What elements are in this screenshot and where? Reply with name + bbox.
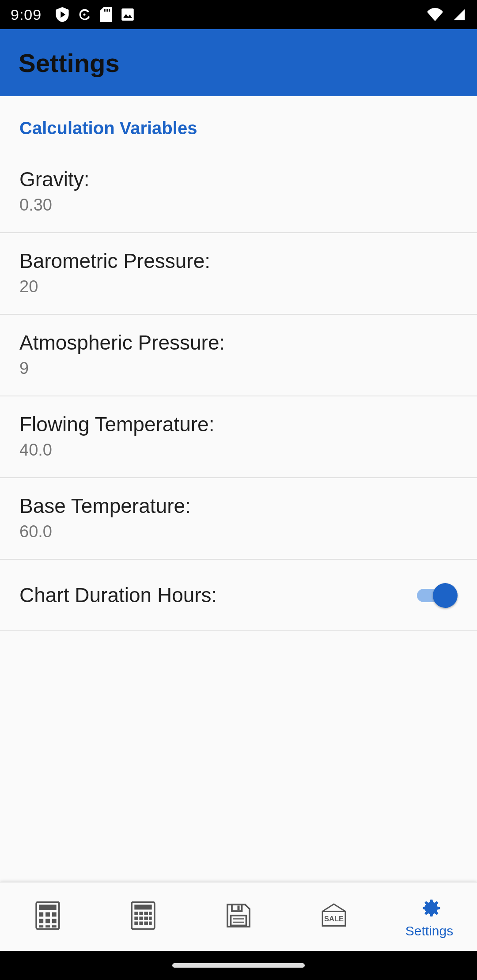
svg-rect-7 [39,912,43,916]
sync-icon [78,7,91,22]
svg-rect-24 [144,916,148,920]
setting-value: 20 [19,277,458,296]
status-bar-right [427,8,466,21]
sd-card-icon [100,7,112,22]
setting-label: Atmospheric Pressure: [19,331,458,354]
nav-tab-save[interactable] [191,882,286,951]
svg-rect-22 [134,916,138,920]
status-bar: 9:09 [0,0,477,29]
sale-icon: SALE [319,902,348,929]
svg-text:SALE: SALE [324,914,344,922]
svg-rect-6 [39,905,56,910]
gesture-pill-icon [172,963,305,968]
play-shield-icon [56,7,69,22]
nav-tab-calc-advanced[interactable] [95,882,191,951]
svg-rect-31 [238,905,240,910]
gear-icon [416,895,442,921]
system-gesture-bar[interactable] [0,951,477,980]
setting-label: Chart Duration Hours: [19,583,415,607]
setting-value: 0.30 [19,196,458,215]
setting-value: 60.0 [19,522,458,541]
status-bar-left: 9:09 [11,6,134,23]
nav-tab-settings[interactable]: Settings [382,882,477,951]
svg-rect-18 [134,912,138,915]
svg-rect-27 [139,921,143,924]
save-icon [225,902,252,929]
svg-rect-9 [52,912,57,916]
svg-rect-15 [52,925,57,927]
chart-duration-toggle[interactable] [415,582,458,608]
setting-row-gravity[interactable]: Gravity: 0.30 [0,151,477,233]
svg-rect-25 [149,916,152,920]
svg-rect-28 [144,921,148,924]
setting-row-chart-duration-hours[interactable]: Chart Duration Hours: [0,560,477,631]
svg-rect-23 [139,916,143,920]
svg-rect-3 [109,9,110,12]
svg-rect-13 [39,925,43,927]
setting-row-atmospheric-pressure[interactable]: Atmospheric Pressure: 9 [0,315,477,396]
svg-rect-21 [149,912,152,915]
bottom-nav: SALE Settings [0,882,477,951]
svg-rect-12 [52,919,57,923]
svg-point-0 [83,14,86,16]
svg-rect-19 [139,912,143,915]
cell-signal-icon [452,8,466,21]
setting-value: 9 [19,359,458,378]
setting-value: 40.0 [19,441,458,460]
toggle-thumb [433,583,458,608]
svg-rect-26 [134,921,138,924]
calculator-advanced-icon [131,901,155,930]
calculator-basic-icon [35,901,60,930]
svg-rect-2 [106,9,108,12]
setting-row-flowing-temperature[interactable]: Flowing Temperature: 40.0 [0,396,477,478]
nav-label: Settings [405,923,453,939]
section-header-calc-vars: Calculation Variables [0,96,477,151]
svg-rect-10 [39,919,43,923]
setting-label: Barometric Pressure: [19,249,458,273]
svg-rect-32 [231,916,246,926]
settings-content: Calculation Variables Gravity: 0.30 Baro… [0,96,477,882]
picture-icon [121,8,134,21]
nav-tab-sale[interactable]: SALE [286,882,382,951]
svg-rect-17 [134,905,151,909]
setting-row-base-temperature[interactable]: Base Temperature: 60.0 [0,478,477,560]
svg-rect-1 [104,9,106,12]
setting-label: Gravity: [19,167,458,191]
nav-tab-calc-basic[interactable] [0,882,95,951]
status-time: 9:09 [11,6,42,23]
wifi-icon [427,8,443,21]
svg-rect-14 [45,925,50,927]
svg-rect-8 [45,912,50,916]
setting-row-barometric-pressure[interactable]: Barometric Pressure: 20 [0,233,477,315]
svg-rect-20 [144,912,148,915]
setting-label: Flowing Temperature: [19,412,458,436]
app-bar: Settings [0,29,477,96]
svg-rect-29 [149,921,152,924]
setting-label: Base Temperature: [19,494,458,518]
page-title: Settings [19,48,120,78]
svg-rect-30 [232,905,242,911]
svg-rect-11 [45,919,50,923]
svg-rect-4 [121,8,134,21]
